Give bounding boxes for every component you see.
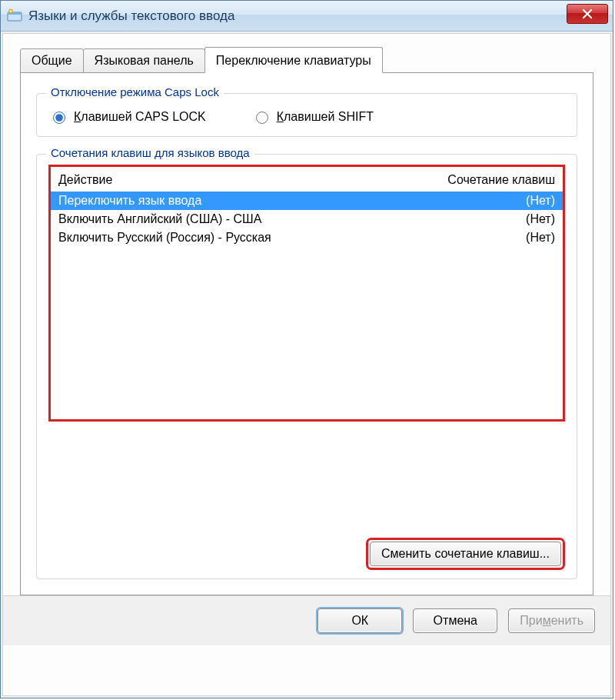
change-hotkey-label: Сменить сочетание клавиш... (381, 547, 550, 560)
cancel-button[interactable]: Отмена (413, 608, 497, 633)
close-button[interactable] (567, 4, 608, 24)
radio-capslock-label: Клавишей CAPS LOCK (74, 110, 206, 124)
header-action: Действие (58, 173, 112, 187)
capslock-radio-row: Клавишей CAPS LOCK Клавишей SHIFT (49, 109, 564, 124)
titlebar[interactable]: Языки и службы текстового ввода (1, 1, 613, 32)
radio-shift-label: Клавишей SHIFT (277, 110, 374, 124)
close-icon (582, 8, 593, 19)
radio-capslock-input[interactable] (53, 112, 65, 124)
tab-switching-label: Переключение клавиатуры (216, 54, 371, 67)
tab-switching[interactable]: Переключение клавиатуры (204, 47, 383, 73)
ok-button[interactable]: ОК (317, 608, 402, 633)
radio-shift-input[interactable] (256, 112, 268, 124)
list-item[interactable]: Переключить язык ввода (Нет) (51, 192, 563, 210)
radio-shift[interactable]: Клавишей SHIFT (252, 109, 374, 124)
cancel-label: Отмена (434, 614, 477, 627)
list-item[interactable]: Включить Английский (США) - США (Нет) (51, 210, 563, 228)
change-hotkey-highlight: Сменить сочетание клавиш... (370, 542, 561, 566)
list-item-action: Переключить язык ввода (58, 194, 201, 208)
header-hotkey: Сочетание клавиш (447, 173, 555, 187)
list-item-action: Включить Русский (Россия) - Русская (58, 231, 271, 245)
client-area: Общие Языковая панель Переключение клави… (2, 33, 611, 696)
tab-general-label: Общие (32, 54, 72, 67)
spacer (49, 421, 564, 535)
list-item-hotkey: (Нет) (526, 231, 555, 245)
list-item-action: Включить Английский (США) - США (58, 212, 261, 226)
tab-row: Общие Языковая панель Переключение клави… (20, 48, 593, 73)
hotkeys-headers: Действие Сочетание клавиш (51, 168, 563, 192)
hotkeys-list[interactable]: Переключить язык ввода (Нет) Включить Ан… (51, 192, 563, 284)
ok-label: ОК (351, 614, 368, 627)
tab-langbar[interactable]: Языковая панель (83, 48, 205, 73)
radio-capslock[interactable]: Клавишей CAPS LOCK (49, 109, 206, 124)
capslock-groupbox: Отключение режима Caps Lock Клавишей CAP… (36, 93, 577, 137)
tab-panel-switching: Отключение режима Caps Lock Клавишей CAP… (20, 72, 593, 595)
hotkeys-list-region: Действие Сочетание клавиш Переключить яз… (49, 165, 564, 421)
list-item-hotkey: (Нет) (526, 212, 555, 226)
app-icon (7, 8, 22, 24)
change-hotkey-area: Сменить сочетание клавиш... (49, 542, 564, 566)
list-item[interactable]: Включить Русский (Россия) - Русская (Нет… (51, 228, 563, 247)
hotkeys-groupbox: Сочетания клавиш для языков ввода Действ… (36, 154, 577, 579)
list-item-hotkey: (Нет) (526, 194, 555, 208)
hotkeys-legend: Сочетания клавиш для языков ввода (46, 146, 254, 159)
tab-general[interactable]: Общие (20, 48, 84, 73)
dialog-window: Языки и службы текстового ввода Общие Яз… (0, 0, 613, 698)
tab-langbar-label: Языковая панель (95, 54, 194, 67)
change-hotkey-button[interactable]: Сменить сочетание клавиш... (370, 542, 561, 566)
apply-label: Применить (520, 614, 583, 627)
dialog-footer: ОК Отмена Применить (3, 595, 610, 645)
tabs-area: Общие Языковая панель Переключение клави… (3, 34, 610, 595)
window-title: Языки и службы текстового ввода (28, 8, 234, 24)
svg-point-2 (9, 9, 13, 13)
apply-button[interactable]: Применить (508, 608, 595, 633)
capslock-legend: Отключение режима Caps Lock (46, 85, 224, 98)
